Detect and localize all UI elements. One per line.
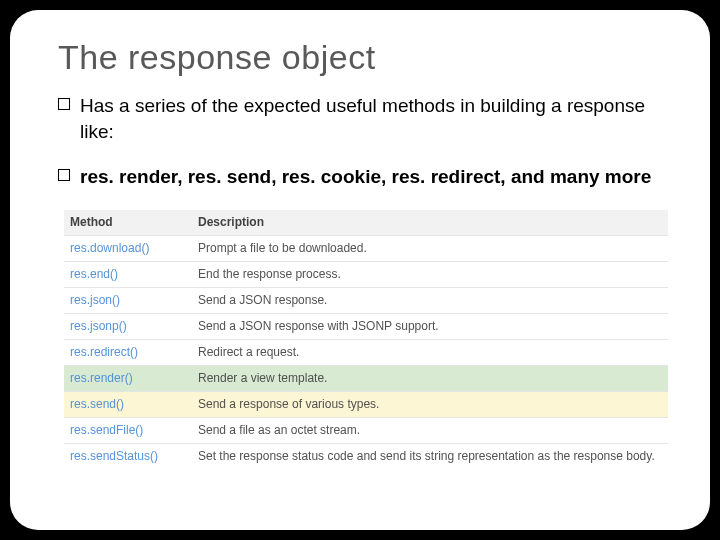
bullet-text: Has a series of the expected useful meth…	[80, 95, 645, 142]
cell-method: res.redirect()	[70, 345, 198, 359]
cell-method: res.json()	[70, 293, 198, 307]
table-row: res.end() End the response process.	[64, 261, 668, 287]
cell-method: res.send()	[70, 397, 198, 411]
table-row: res.download() Prompt a file to be downl…	[64, 235, 668, 261]
cell-description: Send a JSON response with JSONP support.	[198, 319, 662, 333]
table-row: res.redirect() Redirect a request.	[64, 339, 668, 365]
table-row: res.sendStatus() Set the response status…	[64, 443, 668, 469]
slide-title: The response object	[58, 38, 662, 77]
cell-description: Render a view template.	[198, 371, 662, 385]
bullet-item: res. render, res. send, res. cookie, res…	[58, 164, 662, 190]
table-row: res.render() Render a view template.	[64, 365, 668, 391]
header-method: Method	[70, 215, 198, 229]
cell-method: res.jsonp()	[70, 319, 198, 333]
cell-description: End the response process.	[198, 267, 662, 281]
cell-description: Redirect a request.	[198, 345, 662, 359]
methods-table: Method Description res.download() Prompt…	[64, 210, 668, 469]
cell-method: res.end()	[70, 267, 198, 281]
cell-description: Send a file as an octet stream.	[198, 423, 662, 437]
cell-method: res.download()	[70, 241, 198, 255]
table-row: res.send() Send a response of various ty…	[64, 391, 668, 417]
table-row: res.sendFile() Send a file as an octet s…	[64, 417, 668, 443]
cell-description: Prompt a file to be downloaded.	[198, 241, 662, 255]
table-row: res.json() Send a JSON response.	[64, 287, 668, 313]
table-header-row: Method Description	[64, 210, 668, 235]
bullet-list: Has a series of the expected useful meth…	[58, 93, 662, 190]
cell-description: Send a response of various types.	[198, 397, 662, 411]
slide: The response object Has a series of the …	[10, 10, 710, 530]
table-row: res.jsonp() Send a JSON response with JS…	[64, 313, 668, 339]
cell-description: Send a JSON response.	[198, 293, 662, 307]
bullet-text: res. render, res. send, res. cookie, res…	[80, 166, 651, 187]
cell-method: res.sendStatus()	[70, 449, 198, 463]
header-description: Description	[198, 215, 662, 229]
cell-method: res.sendFile()	[70, 423, 198, 437]
cell-method: res.render()	[70, 371, 198, 385]
bullet-item: Has a series of the expected useful meth…	[58, 93, 662, 144]
cell-description: Set the response status code and send it…	[198, 449, 662, 463]
